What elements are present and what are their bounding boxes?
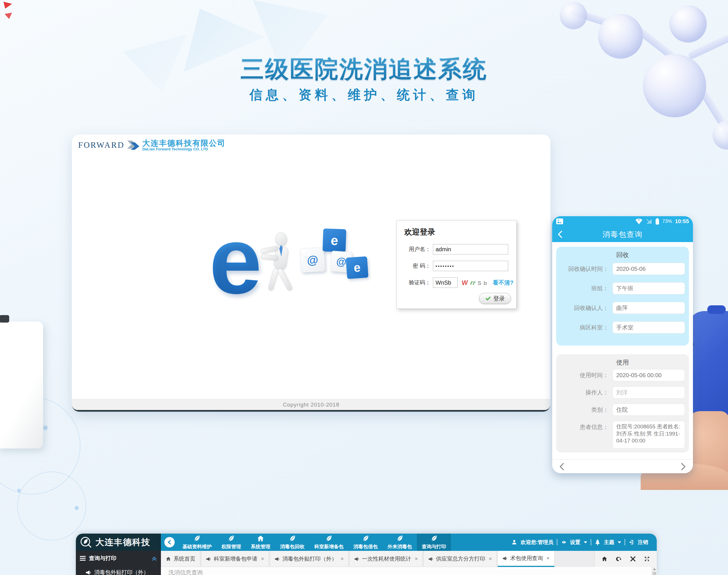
field-value[interactable]: 2020-05-06 <box>613 263 685 275</box>
field-label: 病区科室： <box>556 322 609 332</box>
field-row: 患者信息： 住院号:2008655 患者姓名:刘齐乐 性别:男 生日:1991-… <box>556 421 686 448</box>
forward-arrow-icon <box>127 141 140 150</box>
use-card: 使用 使用时间： 2020-05-06 00:00 操作人： 刘洋 类别： 住院… <box>556 354 689 452</box>
tab-close-icon[interactable]: × <box>341 556 343 562</box>
field-label: 回收确认人： <box>556 302 609 312</box>
captcha-input[interactable] <box>433 277 458 288</box>
logout-label[interactable]: 注销 <box>638 539 648 546</box>
use-card-title: 使用 <box>556 354 689 367</box>
tab-supply-room-print[interactable]: 供应室总方分方打印 × <box>424 551 497 567</box>
leaf-icon <box>362 535 369 542</box>
menu-item-label: 科室新增备包 <box>314 543 343 550</box>
field-label: 回收确认时间： <box>556 263 609 273</box>
theme-label[interactable]: 主题 <box>604 539 614 546</box>
faint-dot <box>75 506 79 510</box>
tab-label: 科室新增备包申请 <box>214 555 257 563</box>
blue-case-corner <box>707 305 726 314</box>
username-input[interactable] <box>433 244 508 255</box>
tab-print-external[interactable]: 消毒包外贴打印（外） × <box>270 551 349 567</box>
sidebar-item-print-external[interactable]: 消毒包外贴打印（外） <box>76 566 161 575</box>
field-row: 病区科室： 手术室 <box>556 322 686 334</box>
tab-label: 一次性耗材使用统计 <box>362 555 411 563</box>
white-device-detail <box>0 315 9 323</box>
page-subtitle: 信息、资料、维护、统计、查询 <box>0 86 728 103</box>
sidebar-item-label: 消毒包外贴打印（外） <box>94 569 149 575</box>
captcha-char: rr <box>470 279 476 286</box>
tab-dept-new-package-request[interactable]: 科室新增备包申请 × <box>201 551 269 567</box>
chevron-right-icon[interactable] <box>680 462 687 471</box>
menu-item-package-borrow[interactable]: 消毒包借包 <box>349 534 383 551</box>
back-chevron-icon[interactable] <box>556 230 564 239</box>
double-chevron-up-icon[interactable] <box>152 556 157 561</box>
menu-item-permissions[interactable]: 权限管理 <box>217 534 246 551</box>
field-value[interactable]: 刘洋 <box>613 386 685 399</box>
logout-icon[interactable] <box>629 539 634 545</box>
tab-disposable-usage-stats[interactable]: 一次性耗材使用统计 × <box>349 551 423 567</box>
molecule-sphere <box>669 5 707 42</box>
tab-close-icon[interactable]: × <box>489 556 492 562</box>
password-input[interactable] <box>433 261 508 271</box>
chevron-left-icon[interactable] <box>558 462 566 471</box>
sidebar-group-query-print[interactable]: 查询与打印 <box>76 551 161 566</box>
captcha-image[interactable]: W rr S b <box>462 279 487 286</box>
tab-close-icon[interactable]: × <box>415 556 418 562</box>
recycle-card-title: 回收 <box>556 247 689 259</box>
username-label: 用户名： <box>397 245 431 253</box>
chevron-down-icon[interactable] <box>584 541 587 543</box>
tab-close-icon[interactable]: × <box>261 556 264 562</box>
tab-utilities <box>594 551 657 567</box>
logo-company-name-en: DaLian Forward Technology CO. LTD <box>142 147 225 151</box>
home-icon[interactable] <box>602 556 607 562</box>
captcha-refresh-link[interactable]: 看不清? <box>493 279 513 286</box>
leaf-icon <box>325 535 333 542</box>
menu-item-basic-data[interactable]: 基础资料维护 <box>178 534 217 551</box>
close-icon[interactable] <box>630 556 635 562</box>
menu-item-dept-new-package[interactable]: 科室新增备包 <box>310 534 349 551</box>
vertical-scrollbar[interactable] <box>652 567 657 575</box>
expand-icon[interactable] <box>644 556 650 562</box>
tab-home[interactable]: 系统首页 <box>161 551 200 567</box>
menubar-back-button[interactable] <box>164 537 175 547</box>
tab-surgical-package-query[interactable]: 术包使用查询 × <box>498 551 554 567</box>
field-value[interactable]: 2020-05-06 00:00 <box>613 369 685 381</box>
image-icon <box>556 218 563 224</box>
chevron-down-icon[interactable] <box>618 541 621 543</box>
tab-close-icon[interactable]: × <box>547 555 550 561</box>
login-button[interactable]: 登录 <box>479 293 511 304</box>
password-row: 密 码： <box>397 261 508 271</box>
refresh-icon[interactable] <box>616 556 622 562</box>
login-panel: 欢迎登录 用户名： 密 码： 验证码： W rr S b 看不清? <box>397 220 516 309</box>
megaphone-icon <box>503 556 508 561</box>
app-sidebar: 查询与打印 消毒包外贴打印（外） <box>76 551 161 575</box>
field-value[interactable]: 曲萍 <box>613 302 685 314</box>
menu-item-system[interactable]: 系统管理 <box>246 534 275 551</box>
menu-item-label: 系统管理 <box>251 543 270 550</box>
menu-item-query-print[interactable]: 查询与打印 <box>417 534 451 551</box>
menu-item-package-recycle[interactable]: 消毒包回收 <box>275 534 310 551</box>
company-logo: FORWARD 大连丰德科技有限公司 DaLian Forward Techno… <box>78 139 225 151</box>
menu-item-external-package[interactable]: 外来消毒包 <box>383 534 417 551</box>
field-value[interactable]: 手术室 <box>613 322 685 334</box>
field-label: 使用时间： <box>556 369 609 379</box>
mannequin-leg <box>277 268 292 292</box>
scroll-up-arrow[interactable] <box>653 568 656 570</box>
username-row: 用户名： <box>397 244 508 255</box>
app-menubar: 基础资料维护 权限管理 系统管理 消毒包回收 科室新增备包 <box>161 534 657 551</box>
content-title: 洗消信息查询 <box>168 569 203 575</box>
settings-label[interactable]: 设置 <box>570 539 580 546</box>
field-value[interactable]: 住院号:2008655 患者姓名:刘齐乐 性别:男 生日:1991-04-17 … <box>613 421 685 448</box>
field-value[interactable]: 下午班 <box>613 282 685 294</box>
gear-icon[interactable] <box>561 539 567 545</box>
menu-item-label: 消毒包借包 <box>353 543 378 550</box>
tree-icon[interactable] <box>595 539 600 545</box>
app-brand: 大连丰德科技 <box>76 534 161 551</box>
scroll-thumb[interactable] <box>653 572 656 575</box>
phone-statusbar: 73% 10:55 <box>552 216 693 227</box>
field-row: 班组： 下午班 <box>556 282 686 294</box>
field-row: 回收确认时间： 2020-05-06 <box>556 263 686 275</box>
megaphone-icon <box>206 556 211 561</box>
red-corner-mark <box>5 13 12 19</box>
menu-item-label: 消毒包回收 <box>280 543 304 550</box>
megaphone-icon <box>275 556 280 561</box>
field-value[interactable]: 住院 <box>613 404 685 416</box>
